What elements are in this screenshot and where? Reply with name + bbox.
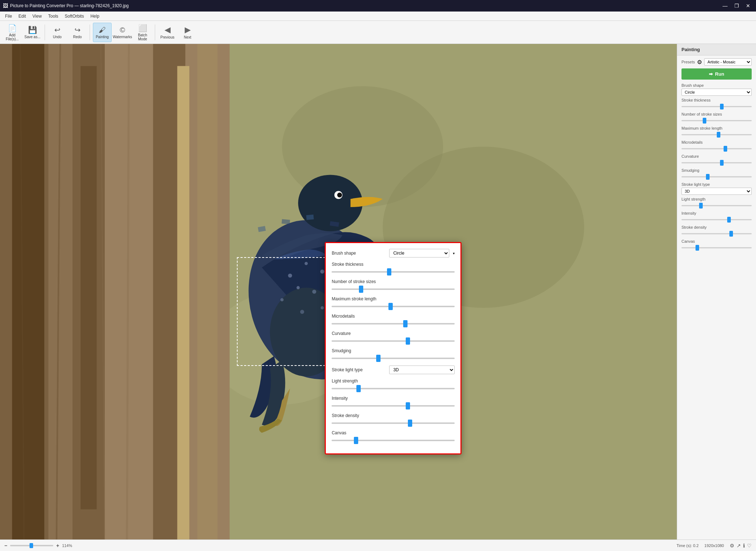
add-files-button[interactable]: 📄 Add File(s)... [3,23,22,42]
add-files-label: Add File(s)... [3,33,22,41]
watermarks-button[interactable]: © Watermarks [113,23,132,42]
popup-curvature-label: Curvature [332,331,455,336]
svg-rect-12 [177,66,189,539]
popup-canvas-track [332,440,455,441]
popup-smudging-thumb[interactable] [376,355,381,362]
redo-button[interactable]: ↪ Redo [68,23,87,42]
painting-button[interactable]: 🖌 Painting [93,23,112,42]
share-status-icon[interactable]: ↗ [737,543,741,548]
smudging-thumb[interactable] [706,174,710,180]
info-status-icon[interactable]: ℹ [743,543,745,548]
popup-num-stroke-sizes-slider[interactable] [332,286,455,293]
menu-tools[interactable]: Tools [45,13,61,19]
intensity-thumb[interactable] [727,217,731,223]
stroke-density-slider[interactable] [681,230,752,237]
canvas-area[interactable]: Brush shape Circle Square Diamond ▾ Stro… [0,44,677,539]
popup-stroke-density-slider[interactable] [332,420,455,427]
zoom-plus-btn[interactable]: + [56,543,59,548]
popup-smudging-label: Smudging [332,348,455,353]
save-as-button[interactable]: 💾 Save as... [23,23,42,42]
stroke-light-type-select[interactable]: 3D Flat None [681,188,752,195]
menu-edit[interactable]: Edit [15,13,29,19]
stroke-density-track [681,233,752,234]
minimize-button[interactable]: — [720,2,730,9]
popup-curvature-slider[interactable] [332,337,455,345]
zoom-thumb[interactable] [30,543,33,548]
stroke-thickness-slider[interactable] [681,103,752,110]
smudging-slider[interactable] [681,174,752,180]
light-strength-slider[interactable] [681,202,752,209]
brush-shape-row: Circle [681,89,752,96]
settings-status-icon[interactable]: ⚙ [730,543,734,548]
stroke-density-thumb[interactable] [729,231,733,237]
svg-rect-34 [306,215,314,220]
canvas-slider[interactable] [681,245,752,251]
menu-help[interactable]: Help [87,13,102,19]
zoom-slider[interactable] [10,545,53,546]
popup-intensity-slider[interactable] [332,402,455,409]
batch-mode-button[interactable]: ⬜ Batch Mode [133,23,152,42]
curvature-slider[interactable] [681,160,752,166]
popup-brush-shape-select[interactable]: Circle Square Diamond [389,249,449,257]
intensity-slider[interactable] [681,216,752,223]
popup-stroke-density-thumb[interactable] [408,420,412,427]
microdetails-thumb[interactable] [724,146,727,152]
app-icon: 🖼 [3,3,8,9]
close-button[interactable]: ✕ [743,2,753,9]
right-panel: Painting Presets ⚙ Artistic - Mosaic ➡ R… [677,44,756,539]
popup-brush-shape-label: Brush shape [332,251,386,256]
max-stroke-length-thumb[interactable] [717,132,720,138]
status-bar: − + 114% Time (s): 0.2 1920x1080 ⚙ ↗ ℹ ♡ [0,539,756,551]
popup-microdetails-slider[interactable] [332,320,455,327]
svg-point-20 [305,262,308,265]
svg-point-26 [300,310,304,314]
canvas-thumb[interactable] [696,245,699,251]
popup-stroke-thickness-thumb[interactable] [387,268,391,276]
num-stroke-sizes-slider[interactable] [681,117,752,124]
popup-intensity-thumb[interactable] [406,402,410,409]
popup-canvas-thumb[interactable] [354,437,358,444]
brush-shape-select[interactable]: Circle [681,89,752,96]
popup-curvature-thumb[interactable] [406,337,410,345]
popup-light-strength-thumb[interactable] [356,385,361,392]
light-strength-label: Light strength [681,197,752,201]
popup-microdetails-thumb[interactable] [403,320,408,327]
popup-light-strength-slider[interactable] [332,385,455,392]
svg-rect-4 [105,44,145,539]
popup-smudging-track [332,358,455,359]
presets-settings-icon[interactable]: ⚙ [697,59,702,66]
menu-softorbits[interactable]: SoftOrbits [62,13,87,19]
popup-canvas-slider[interactable] [332,437,455,444]
batch-icon: ⬜ [138,24,147,32]
popup-smudging-slider[interactable] [332,355,455,362]
previous-button[interactable]: ◀ Previous [158,23,177,42]
popup-stroke-thickness-slider[interactable] [332,268,455,276]
presets-select[interactable]: Artistic - Mosaic [704,58,752,66]
popup-curvature-track [332,340,455,342]
popup-stroke-light-type-select[interactable]: 3D Flat None [389,366,455,374]
menu-view[interactable]: View [30,13,45,19]
num-stroke-sizes-thumb[interactable] [703,118,706,124]
menu-bar: File Edit View Tools SoftOrbits Help [0,12,756,21]
heart-status-icon[interactable]: ♡ [747,543,752,548]
maximize-button[interactable]: ❐ [732,2,742,9]
popup-max-stroke-length-thumb[interactable] [388,303,393,310]
stroke-thickness-thumb[interactable] [720,104,724,109]
zoom-minus-btn[interactable]: − [4,543,7,548]
microdetails-slider[interactable] [681,145,752,152]
run-button[interactable]: ➡ Run [681,68,752,80]
popup-max-stroke-length-slider[interactable] [332,303,455,310]
redo-icon: ↪ [75,26,81,34]
light-strength-thumb[interactable] [699,203,703,209]
previous-label: Previous [161,35,175,39]
max-stroke-length-label: Maximum stroke length [681,126,752,130]
popup-num-stroke-sizes-thumb[interactable] [359,286,363,293]
undo-button[interactable]: ↩ Undo [48,23,67,42]
popup-stroke-thickness-track [332,271,455,273]
max-stroke-length-slider[interactable] [681,131,752,138]
next-button[interactable]: ▶ Next [178,23,197,42]
curvature-track [681,162,752,163]
curvature-thumb[interactable] [720,160,724,166]
menu-file[interactable]: File [2,13,15,19]
popup-light-strength-track [332,388,455,389]
